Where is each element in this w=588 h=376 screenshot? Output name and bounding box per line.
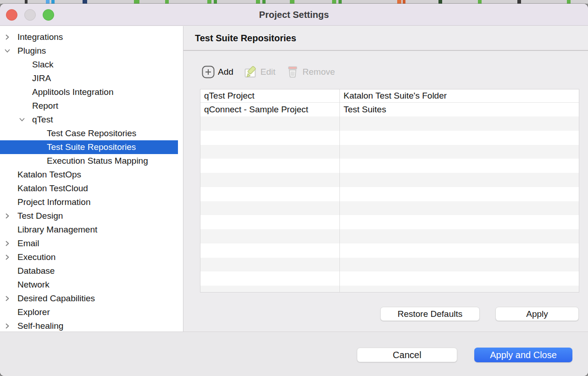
chevron-right-icon[interactable]	[4, 254, 17, 261]
tree-item-plugins[interactable]: Plugins	[0, 44, 178, 58]
edit-button[interactable]: Edit	[244, 65, 276, 79]
tree-item-label: JIRA	[32, 73, 51, 83]
tree-item-label: Network	[17, 280, 50, 290]
table-empty-row	[200, 271, 579, 286]
tree-item-label: Slack	[32, 60, 53, 70]
table-empty-row	[200, 215, 579, 229]
table-header-row: qTest Project Katalon Test Suite's Folde…	[200, 89, 579, 103]
add-button[interactable]: Add	[202, 66, 233, 78]
tree-item-slack[interactable]: Slack	[0, 58, 178, 72]
trash-icon	[286, 65, 300, 79]
apply-and-close-button[interactable]: Apply and Close	[474, 348, 572, 362]
tree-item-test-case-repositories[interactable]: Test Case Repositories	[0, 127, 178, 140]
tree-item-test-suite-repositories[interactable]: Test Suite Repositories	[0, 140, 178, 154]
restore-defaults-button[interactable]: Restore Defaults	[380, 307, 480, 321]
close-button[interactable]	[6, 9, 17, 21]
table-empty-row	[200, 131, 579, 145]
repositories-table: qTest Project Katalon Test Suite's Folde…	[200, 89, 579, 293]
main-area: IntegrationsPluginsSlackJIRAApplitools I…	[0, 26, 588, 332]
add-label: Add	[218, 67, 233, 77]
table-empty-row	[200, 286, 579, 293]
settings-tree: IntegrationsPluginsSlackJIRAApplitools I…	[0, 26, 183, 332]
tree-item-explorer[interactable]: Explorer	[0, 305, 178, 319]
footer-bar: Cancel Apply and Close	[0, 332, 588, 376]
tree-item-label: Explorer	[17, 307, 50, 317]
zoom-button[interactable]	[43, 9, 54, 21]
tree-item-label: Self-healing	[17, 321, 63, 331]
edit-label: Edit	[261, 67, 276, 77]
chevron-down-icon[interactable]	[4, 47, 17, 55]
cell-qtest-project: qConnect - Sample Project	[200, 105, 339, 115]
add-icon	[202, 66, 215, 78]
tree-item-katalon-testops[interactable]: Katalon TestOps	[0, 168, 178, 182]
tree-item-jira[interactable]: JIRA	[0, 72, 178, 85]
tree-item-label: Database	[17, 266, 55, 276]
panel-title: Test Suite Repositories	[195, 33, 296, 44]
tree-item-label: Execution Status Mapping	[47, 156, 148, 166]
tree-item-label: Email	[17, 238, 39, 249]
table-toolbar: Add Edit	[202, 65, 335, 79]
tree-item-label: qTest	[32, 115, 53, 125]
table-empty-row	[200, 187, 579, 201]
tree-item-integrations[interactable]: Integrations	[0, 30, 178, 44]
chevron-right-icon[interactable]	[4, 322, 17, 330]
apply-button[interactable]: Apply	[495, 307, 579, 321]
tree-item-library-management[interactable]: Library Management	[0, 223, 178, 237]
tree-item-desired-capabilities[interactable]: Desired Capabilities	[0, 292, 178, 305]
table-empty-row	[200, 173, 579, 187]
tree-item-label: Applitools Integration	[32, 87, 113, 97]
column-divider	[339, 89, 340, 292]
tree-item-label: Katalon TestCloud	[17, 183, 88, 194]
tree-item-label: Desired Capabilities	[17, 293, 95, 304]
tree-item-label: Plugins	[17, 46, 46, 56]
tree-item-katalon-testcloud[interactable]: Katalon TestCloud	[0, 182, 178, 195]
tree-item-applitools-integration[interactable]: Applitools Integration	[0, 85, 178, 99]
tree-item-email[interactable]: Email	[0, 237, 178, 250]
chevron-right-icon[interactable]	[4, 212, 17, 220]
table-empty-row	[200, 201, 579, 216]
traffic-lights	[6, 4, 54, 26]
tree-item-label: Test Case Repositories	[47, 128, 136, 138]
tree-item-qtest[interactable]: qTest	[0, 113, 178, 127]
tree-item-label: Test Design	[17, 211, 63, 221]
column-header-katalon-folder: Katalon Test Suite's Folder	[339, 91, 579, 101]
table-empty-row	[200, 229, 579, 243]
chevron-right-icon[interactable]	[4, 33, 17, 41]
tree-item-label: Integrations	[17, 32, 63, 42]
minimize-button[interactable]	[24, 9, 36, 21]
tree-item-self-healing[interactable]: Self-healing	[0, 319, 178, 332]
table-row[interactable]: qConnect - Sample ProjectTest Suites	[200, 103, 579, 116]
panel-header: Test Suite Repositories	[183, 26, 588, 51]
background-app-strip	[0, 0, 588, 4]
tree-item-label: Library Management	[17, 225, 97, 235]
table-empty-row	[200, 145, 579, 159]
chevron-right-icon[interactable]	[4, 240, 17, 247]
tree-item-execution-status-mapping[interactable]: Execution Status Mapping	[0, 154, 178, 168]
table-empty-row	[200, 159, 579, 173]
tree-item-label: Katalon TestOps	[17, 170, 81, 180]
project-settings-dialog: Project Settings IntegrationsPluginsSlac…	[0, 4, 588, 376]
column-header-qtest-project: qTest Project	[200, 91, 339, 101]
table-empty-row	[200, 258, 579, 272]
tree-item-label: Execution	[17, 252, 55, 262]
tree-item-execution[interactable]: Execution	[0, 250, 178, 264]
chevron-down-icon[interactable]	[18, 116, 32, 123]
remove-label: Remove	[303, 67, 335, 77]
chevron-right-icon[interactable]	[4, 295, 17, 302]
tree-item-test-design[interactable]: Test Design	[0, 209, 178, 223]
tree-item-project-information[interactable]: Project Information	[0, 195, 178, 209]
tree-item-label: Test Suite Repositories	[47, 142, 136, 152]
table-empty-row	[200, 243, 579, 258]
tree-item-report[interactable]: Report	[0, 99, 178, 113]
table-empty-row	[200, 116, 579, 131]
cell-katalon-folder: Test Suites	[339, 105, 579, 115]
tree-item-label: Project Information	[17, 197, 90, 207]
titlebar: Project Settings	[0, 4, 588, 26]
tree-item-network[interactable]: Network	[0, 278, 178, 292]
screen: Project Settings IntegrationsPluginsSlac…	[0, 0, 588, 376]
settings-panel: Test Suite Repositories Add	[183, 26, 588, 332]
remove-button[interactable]: Remove	[286, 65, 335, 79]
edit-pencil-icon	[244, 65, 257, 79]
tree-item-database[interactable]: Database	[0, 264, 178, 278]
cancel-button[interactable]: Cancel	[357, 348, 457, 362]
